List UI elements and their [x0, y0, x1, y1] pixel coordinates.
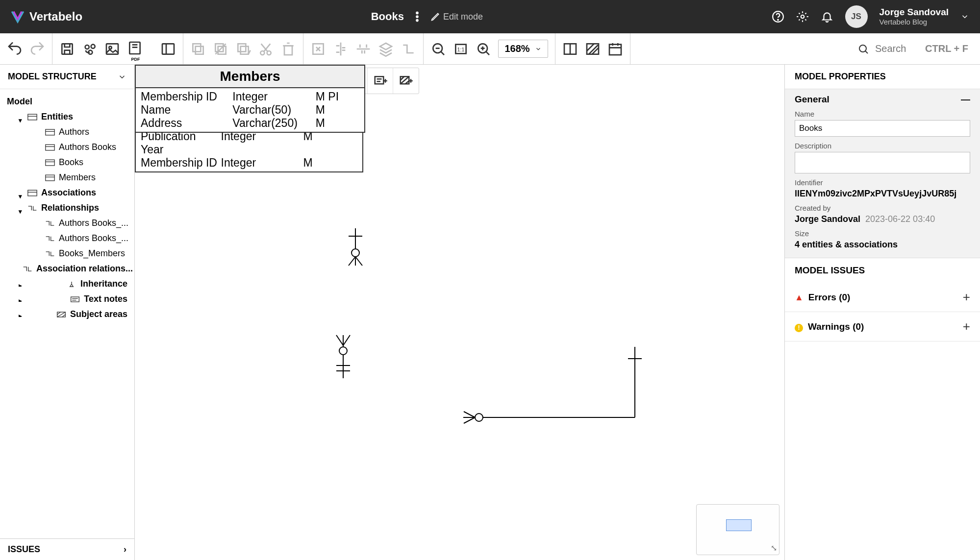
vertabelo-logo-icon — [11, 10, 25, 24]
search-shortcut: CTRL + F — [925, 43, 968, 54]
svg-rect-22 — [284, 46, 292, 55]
hatch-icon[interactable] — [585, 41, 601, 57]
fit-icon[interactable] — [310, 41, 326, 57]
user-name: Jorge Sandoval — [879, 7, 949, 18]
tree-rel-item[interactable]: Authors Books_... — [2, 231, 132, 246]
search-input[interactable] — [875, 43, 919, 54]
split-v-icon[interactable] — [562, 41, 578, 57]
svg-rect-18 — [238, 44, 246, 51]
zoom-out-icon[interactable] — [430, 41, 446, 57]
tree-associations[interactable]: Associations — [2, 185, 132, 200]
minimap[interactable]: ⤡ — [696, 504, 779, 555]
left-panel: MODEL STRUCTURE Model Entities Authors A… — [0, 65, 135, 560]
tree-rel-item[interactable]: Authors Books_... — [2, 216, 132, 231]
view-group — [555, 33, 630, 64]
tree-subject-areas[interactable]: Subject areas — [2, 307, 132, 322]
left-panel-header[interactable]: MODEL STRUCTURE — [0, 65, 134, 89]
calendar-icon[interactable] — [607, 41, 623, 57]
main-toolbar: PDF 1:1 168% CTRL + F — [0, 33, 980, 65]
file-group: PDF — [52, 33, 183, 64]
label-identifier: Identifier — [795, 178, 970, 187]
label-desc: Description — [795, 142, 970, 150]
tree-inheritance[interactable]: Inheritance — [2, 276, 132, 292]
model-desc-input[interactable] — [795, 152, 970, 173]
svg-rect-32 — [28, 114, 37, 120]
svg-rect-34 — [46, 145, 54, 150]
resize-handle-icon[interactable]: ⤡ — [771, 543, 777, 553]
zoom-dropdown[interactable]: 168% — [498, 40, 548, 58]
help-icon[interactable] — [772, 10, 784, 23]
svg-line-59 — [464, 412, 475, 417]
tree-root[interactable]: Model — [2, 94, 132, 109]
errors-row[interactable]: ▲Errors (0) + — [785, 283, 980, 312]
svg-rect-33 — [46, 129, 54, 135]
model-name-input[interactable] — [795, 120, 970, 137]
chevron-down-icon[interactable] — [960, 10, 969, 23]
canvas[interactable]: 1:N + M:N+ A + — [135, 65, 785, 560]
add-note-tool[interactable] — [368, 68, 393, 94]
pdf-export-button[interactable]: PDF — [127, 40, 153, 58]
label-size: Size — [795, 229, 970, 238]
svg-point-31 — [859, 45, 866, 52]
settings-icon[interactable] — [796, 10, 809, 23]
duplicate-icon[interactable] — [235, 41, 251, 57]
image-export-icon[interactable] — [104, 41, 120, 57]
svg-line-49 — [355, 257, 362, 266]
add-area-tool[interactable] — [393, 68, 419, 94]
tree-entities[interactable]: Entities — [2, 109, 132, 124]
plus-icon: + — [963, 319, 970, 334]
tree-text-notes[interactable]: Text notes — [2, 292, 132, 307]
tree-assoc-relations[interactable]: Association relations... — [2, 261, 132, 276]
zoom-in-icon[interactable] — [476, 41, 491, 57]
tree-rel-item[interactable]: Books_Members — [2, 246, 132, 261]
svg-point-2 — [416, 20, 418, 21]
svg-point-8 — [91, 44, 95, 48]
tree-entity-item[interactable]: Books — [2, 155, 132, 170]
share-icon[interactable] — [82, 41, 98, 57]
model-size: 4 entities & associations — [795, 240, 970, 250]
rp-general-toggle[interactable]: General— — [795, 94, 970, 105]
user-avatar[interactable]: JS — [845, 5, 868, 28]
cut-icon[interactable] — [258, 41, 274, 57]
brand-logo[interactable]: Vertabelo — [11, 10, 82, 24]
align-h-icon[interactable] — [333, 41, 349, 57]
tree-entity-item[interactable]: Authors Books — [2, 140, 132, 155]
model-issues-title: MODEL ISSUES — [785, 258, 980, 283]
warnings-row[interactable]: !Warnings (0) + — [785, 312, 980, 341]
undo-icon[interactable] — [7, 41, 23, 57]
tree-entity-item[interactable]: Authors — [2, 124, 132, 140]
search-box[interactable]: CTRL + F — [857, 43, 980, 55]
sidebar-icon[interactable] — [160, 41, 176, 57]
zoom-actual-icon[interactable]: 1:1 — [453, 41, 469, 57]
save-icon[interactable] — [59, 41, 75, 57]
entity-members[interactable]: Members Membership IDIntegerM PI NameVar… — [135, 65, 365, 133]
edit-mode[interactable]: Edit mode — [430, 12, 483, 22]
align-v-icon[interactable] — [355, 41, 371, 57]
tree-entity-item[interactable]: Members — [2, 170, 132, 185]
plus-icon: + — [963, 290, 970, 305]
svg-point-47 — [352, 249, 359, 257]
paste-icon[interactable] — [213, 41, 228, 57]
svg-rect-36 — [46, 175, 54, 181]
redo-icon[interactable] — [29, 41, 45, 57]
delete-icon[interactable] — [280, 41, 296, 57]
model-createdby: Jorge Sandoval2023-06-22 03:40 — [795, 214, 970, 224]
copy-icon[interactable] — [190, 41, 206, 57]
svg-point-0 — [416, 12, 418, 14]
svg-rect-19 — [241, 46, 249, 54]
chevron-right-icon: › — [124, 544, 126, 555]
svg-rect-14 — [193, 44, 201, 51]
reroute-icon[interactable] — [401, 41, 416, 57]
svg-point-58 — [475, 414, 483, 421]
user-sub: Vertabelo Blog — [879, 18, 949, 26]
more-vertical-icon[interactable] — [411, 10, 424, 23]
top-center: Books Edit mode — [82, 10, 771, 23]
layers-icon[interactable] — [378, 41, 394, 57]
bell-icon[interactable] — [821, 10, 833, 23]
model-tree: Model Entities Authors Authors Books Boo… — [0, 89, 134, 538]
tree-relationships[interactable]: Relationships — [2, 200, 132, 216]
issues-strip[interactable]: ISSUES › — [0, 538, 134, 560]
doc-title: Books — [371, 10, 404, 23]
user-block[interactable]: Jorge Sandoval Vertabelo Blog — [879, 7, 949, 27]
svg-line-48 — [349, 257, 355, 266]
